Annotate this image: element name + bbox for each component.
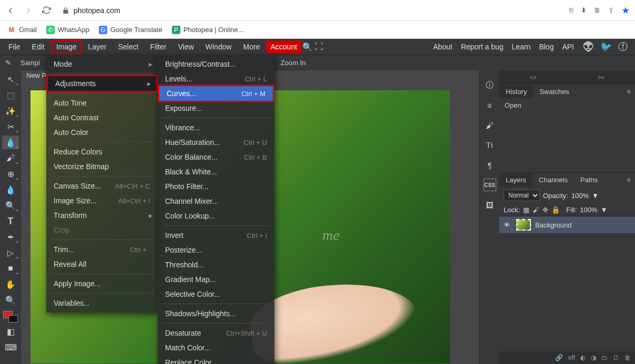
fill-caret-icon[interactable]: ▼ — [601, 206, 608, 214]
color-swatches[interactable] — [3, 311, 18, 323]
menu-apply-image[interactable]: Apply Image... — [46, 276, 158, 291]
thumbnail-icon[interactable]: 🖼 — [484, 199, 496, 211]
reload-button[interactable] — [41, 5, 52, 16]
back-button[interactable] — [5, 5, 16, 16]
menu-file[interactable]: File — [3, 39, 26, 54]
address-bar[interactable]: photopea.com — [59, 6, 562, 15]
opacity-value[interactable]: 100% — [571, 192, 589, 200]
layers-menu-icon[interactable]: ≡ — [622, 176, 635, 184]
reddit-icon[interactable]: 👽 — [582, 41, 594, 53]
lock-pixels-icon[interactable]: ▦ — [523, 206, 529, 214]
delete-layer-icon[interactable]: 🗑 — [624, 354, 631, 361]
marquee-tool[interactable]: ⬚ — [2, 88, 19, 102]
menu-posterize[interactable]: Posterize... — [158, 243, 274, 257]
forward-button[interactable] — [23, 5, 34, 16]
menu-threshold[interactable]: Threshold... — [158, 257, 274, 272]
keyboard-icon[interactable]: ⌨ — [2, 340, 19, 354]
twitter-icon[interactable]: 🐦 — [600, 41, 612, 53]
menu-account[interactable]: Account — [266, 40, 301, 53]
character-icon[interactable]: Tt — [484, 139, 496, 151]
menu-photo-filter[interactable]: Photo Filter... — [158, 179, 274, 194]
menu-match-color[interactable]: Match Color... — [158, 340, 274, 355]
bookmark-gmail[interactable]: MGmail — [7, 26, 37, 34]
visibility-icon[interactable]: 👁 — [504, 221, 512, 229]
blend-mode-select[interactable]: Normal — [504, 190, 540, 201]
crop-tool[interactable]: ✂ — [2, 120, 19, 133]
bookmark-photopea[interactable]: PPhotopea | Online... — [172, 26, 244, 34]
hand-tool[interactable]: ✋ — [2, 277, 19, 291]
lock-brush-icon[interactable]: 🖌 — [532, 206, 539, 214]
fullscreen-icon[interactable]: ⛶ — [314, 42, 324, 51]
type-tool[interactable]: T — [2, 214, 19, 228]
menu-color-lookup[interactable]: Color Lookup... — [158, 209, 274, 223]
menu-selective-color[interactable]: Selective Color... — [158, 287, 274, 301]
adjust-icon[interactable]: ≡ — [484, 99, 496, 111]
zoom-tool[interactable]: 🔍 — [2, 293, 19, 307]
wand-tool[interactable]: ✨ — [2, 104, 19, 118]
tab-history[interactable]: History — [499, 85, 533, 98]
menu-exposure[interactable]: Exposure... — [158, 101, 274, 116]
document-tab[interactable]: New P — [26, 71, 46, 79]
move-tool[interactable]: ↖ — [2, 72, 19, 86]
menu-brightness[interactable]: Brightness/Contrast... — [158, 57, 274, 71]
share-icon[interactable]: ⇪ — [608, 6, 614, 14]
layer-mask-icon[interactable]: ◐ — [580, 354, 586, 361]
download-icon[interactable]: ⬇ — [581, 6, 587, 14]
menu-select[interactable]: Select — [113, 39, 144, 54]
menu-auto-tone[interactable]: Auto Tone — [46, 96, 158, 110]
clone-tool[interactable]: ⊕ — [2, 167, 19, 181]
menu-invert[interactable]: InvertCtrl + I — [158, 228, 274, 243]
link-about[interactable]: About — [433, 43, 453, 51]
page-icon[interactable]: 🗎 — [594, 6, 601, 14]
menu-hue[interactable]: Hue/Saturation...Ctrl + U — [158, 135, 274, 150]
menu-reduce-colors[interactable]: Reduce Colors — [46, 144, 158, 159]
menu-bw[interactable]: Black & White... — [158, 164, 274, 179]
menu-image[interactable]: Image — [51, 39, 82, 54]
info-icon[interactable]: ⓘ — [484, 79, 496, 91]
link-layers-icon[interactable]: 🔗 — [555, 354, 563, 361]
tab-paths[interactable]: Paths — [574, 173, 604, 186]
menu-more[interactable]: More — [238, 39, 265, 54]
link-api[interactable]: API — [562, 43, 574, 51]
panel-collapse-left[interactable]: <> — [499, 74, 567, 80]
bookmark-translate[interactable]: GGoogle Translate — [99, 26, 162, 34]
menu-levels[interactable]: Levels...Ctrl + L — [158, 71, 274, 86]
menu-adjustments[interactable]: Adjustments▸ — [48, 76, 156, 91]
lock-move-icon[interactable]: ✥ — [542, 206, 548, 214]
link-report[interactable]: Report a bug — [461, 43, 504, 51]
layer-thumbnail[interactable] — [516, 219, 531, 231]
history-menu-icon[interactable]: ≡ — [622, 88, 635, 96]
menu-vectorize[interactable]: Vectorize Bitmap — [46, 159, 158, 174]
brush-tool[interactable]: 🖌 — [2, 151, 19, 165]
menu-vibrance[interactable]: Vibrance... — [158, 120, 274, 135]
tab-layers[interactable]: Layers — [499, 173, 532, 186]
layer-effects-label[interactable]: eff — [568, 354, 575, 361]
blur-tool[interactable]: 💧 — [2, 183, 19, 196]
search-icon[interactable]: 🔍 — [302, 42, 313, 52]
fill-value[interactable]: 100% — [580, 206, 597, 214]
menu-curves[interactable]: Curves...Ctrl + M — [159, 86, 273, 101]
menu-edit[interactable]: Edit — [27, 39, 50, 54]
menu-window[interactable]: Window — [200, 39, 237, 54]
menu-shadows[interactable]: Shadows/Highlights... — [158, 306, 274, 321]
menu-trim[interactable]: Trim...Ctrl + . — [46, 242, 158, 257]
menu-variables[interactable]: Variables... — [46, 296, 158, 310]
dodge-tool[interactable]: 🔍 — [2, 199, 19, 212]
opacity-caret-icon[interactable]: ▼ — [592, 192, 599, 200]
quickmask-tool[interactable]: ◧ — [2, 325, 19, 338]
pen-tool[interactable]: ✒ — [2, 230, 19, 244]
folder-icon[interactable]: 🗀 — [601, 354, 608, 361]
menu-mode[interactable]: Mode▸ — [46, 57, 158, 71]
menu-auto-contrast[interactable]: Auto Contrast — [46, 110, 158, 125]
bookmark-whatsapp[interactable]: ✆WhatsApp — [46, 26, 89, 34]
menu-view[interactable]: View — [173, 39, 199, 54]
clipboard-icon[interactable]: ⎘ — [569, 6, 573, 14]
shape-tool[interactable]: ■ — [2, 262, 19, 275]
menu-gradient-map[interactable]: Gradient Map... — [158, 272, 274, 287]
menu-color-balance[interactable]: Color Balance...Ctrl + B — [158, 150, 274, 164]
path-tool[interactable]: ▷ — [2, 246, 19, 259]
facebook-icon[interactable]: ⓕ — [618, 40, 628, 53]
history-item-open[interactable]: Open — [499, 99, 635, 112]
paragraph-icon[interactable]: ¶ — [484, 159, 496, 171]
menu-transform[interactable]: Transform▸ — [46, 208, 158, 223]
